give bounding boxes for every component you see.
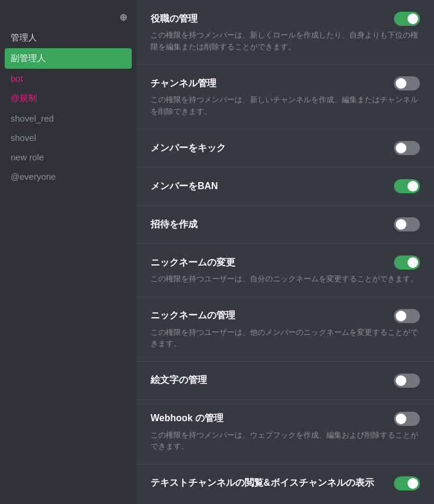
permission-name-0: 役職の管理: [151, 13, 198, 25]
permission-toggle-0[interactable]: [394, 12, 420, 26]
toggle-knob-1: [396, 78, 406, 89]
permission-desc-6: この権限を持つユーザーは、他のメンバーのニックネームを変更することができます。: [151, 327, 420, 350]
permission-toggle-8[interactable]: [394, 412, 420, 426]
permission-name-5: ニックネームの変更: [151, 257, 235, 269]
permission-name-4: 招待を作成: [151, 219, 198, 231]
permission-name-9: テキストチャンネルの閲覧&ボイスチャンネルの表示: [151, 477, 374, 489]
add-role-icon[interactable]: ⊕: [119, 12, 128, 23]
sidebar-section-header: ⊕: [5, 9, 132, 25]
toggle-knob-6: [396, 311, 406, 321]
toggle-knob-8: [396, 414, 406, 424]
sidebar-item-@規制[interactable]: @規制: [5, 88, 132, 109]
sidebar-item-bot[interactable]: bot: [5, 69, 132, 88]
permission-name-3: メンバーをBAN: [151, 180, 218, 193]
toggle-knob-7: [396, 375, 406, 386]
permission-header-3: メンバーをBAN: [151, 179, 420, 193]
permission-toggle-3[interactable]: [394, 179, 420, 193]
permission-item-3: メンバーをBAN: [136, 167, 434, 206]
permission-name-8: Webhook の管理: [151, 412, 223, 425]
toggle-knob-0: [408, 14, 418, 24]
permission-desc-0: この権限を持つメンバーは、新しくロールを作成したり、自身よりも下位の権限を編集ま…: [151, 29, 420, 52]
sidebar: ⊕ 管理人副管理人bot@規制shovel_redshovelnew role@…: [0, 0, 136, 504]
permission-desc-1: この権限を持つメンバーは、新しいチャンネルを作成、編集またはチャンネルを削除でき…: [151, 94, 420, 117]
permissions-list: 役職の管理この権限を持つメンバーは、新しくロールを作成したり、自身よりも下位の権…: [136, 0, 434, 502]
permission-toggle-1[interactable]: [394, 76, 420, 90]
sidebar-item-new role[interactable]: new role: [5, 147, 132, 167]
sidebar-item-副管理人[interactable]: 副管理人: [5, 48, 132, 69]
permission-item-7: 絵文字の管理: [136, 362, 434, 400]
permission-header-0: 役職の管理: [151, 12, 420, 26]
permission-item-8: Webhook の管理この権限を持つメンバーは、ウェブフックを作成、編集および削…: [136, 400, 434, 465]
permission-toggle-6[interactable]: [394, 309, 420, 323]
permission-header-4: 招待を作成: [151, 217, 420, 231]
permission-name-2: メンバーをキック: [151, 142, 226, 154]
toggle-knob-4: [396, 219, 406, 230]
toggle-knob-9: [408, 478, 418, 489]
permission-item-5: ニックネームの変更この権限を持つユーザーは、自分のニックネームを変更することがで…: [136, 244, 434, 297]
permission-toggle-9[interactable]: [394, 476, 420, 490]
toggle-knob-3: [408, 181, 418, 191]
toggle-knob-2: [396, 143, 406, 153]
permission-header-2: メンバーをキック: [151, 141, 420, 155]
main-content: 役職の管理この権限を持つメンバーは、新しくロールを作成したり、自身よりも下位の権…: [136, 0, 434, 504]
permission-header-6: ニックネームの管理: [151, 309, 420, 323]
permission-name-1: チャンネル管理: [151, 78, 216, 90]
sidebar-item-管理人[interactable]: 管理人: [5, 28, 132, 48]
permission-toggle-2[interactable]: [394, 141, 420, 155]
permission-toggle-7[interactable]: [394, 374, 420, 388]
permission-name-6: ニックネームの管理: [151, 310, 235, 322]
permission-name-7: 絵文字の管理: [151, 374, 207, 387]
permission-item-0: 役職の管理この権限を持つメンバーは、新しくロールを作成したり、自身よりも下位の権…: [136, 0, 434, 65]
permission-header-7: 絵文字の管理: [151, 374, 420, 388]
permission-desc-8: この権限を持つメンバーは、ウェブフックを作成、編集および削除することができます。: [151, 429, 420, 452]
permission-header-1: チャンネル管理: [151, 76, 420, 90]
permission-item-2: メンバーをキック: [136, 129, 434, 167]
permission-item-9: テキストチャンネルの閲覧&ボイスチャンネルの表示: [136, 465, 434, 502]
sidebar-item-@everyone[interactable]: @everyone: [5, 167, 132, 186]
permission-item-6: ニックネームの管理この権限を持つユーザーは、他のメンバーのニックネームを変更する…: [136, 297, 434, 362]
permission-toggle-4[interactable]: [394, 217, 420, 231]
permission-toggle-5[interactable]: [394, 256, 420, 270]
sidebar-item-shovel[interactable]: shovel: [5, 128, 132, 147]
permission-header-8: Webhook の管理: [151, 412, 420, 426]
permission-item-4: 招待を作成: [136, 206, 434, 244]
sidebar-item-shovel_red[interactable]: shovel_red: [5, 109, 132, 128]
permission-desc-5: この権限を持つユーザーは、自分のニックネームを変更することができます。: [151, 273, 420, 285]
sidebar-roles: 管理人副管理人bot@規制shovel_redshovelnew role@ev…: [5, 28, 132, 186]
permission-header-5: ニックネームの変更: [151, 256, 420, 270]
permission-item-1: チャンネル管理この権限を持つメンバーは、新しいチャンネルを作成、編集またはチャン…: [136, 65, 434, 129]
permission-header-9: テキストチャンネルの閲覧&ボイスチャンネルの表示: [151, 476, 420, 490]
toggle-knob-5: [408, 257, 418, 268]
